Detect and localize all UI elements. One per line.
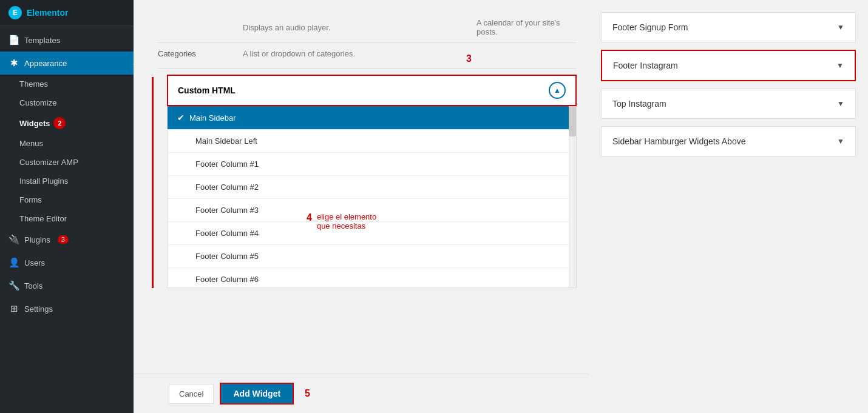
dropdown-option-footer-2[interactable]: Footer Column #2 <box>168 176 576 199</box>
left-panel: Displays an audio player. A calendar of … <box>134 0 589 413</box>
option-label: Footer Column #3 <box>195 206 259 215</box>
sidebar-item-label: Templates <box>24 36 60 45</box>
sidebar-item-label: Appearance <box>24 59 67 68</box>
dropdown-option-main-sidebar[interactable]: ✔ Main Sidebar <box>168 106 576 130</box>
widget-desc2: A calendar of your site's posts. <box>476 18 577 36</box>
sidebar-logo[interactable]: E Elementor <box>0 0 134 26</box>
sidebar-item-label: Plugins <box>24 235 50 244</box>
option-label: Footer Column #4 <box>195 229 259 238</box>
widget-row-audio: Displays an audio player. A calendar of … <box>158 12 577 43</box>
dropdown-option-main-sidebar-left[interactable]: Main Sidebar Left <box>168 130 576 153</box>
accordion-sidebar-hamburger[interactable]: Sidebar Hamburger Widgets Above ▼ <box>601 126 856 156</box>
accordion-label: Footer Instagram <box>613 61 678 70</box>
tools-icon: 🔧 <box>8 280 19 291</box>
sidebar-item-tools[interactable]: 🔧 Tools <box>0 274 134 297</box>
instruction-line1: elige el elemento <box>317 212 376 221</box>
plugins-icon: 🔌 <box>8 234 19 245</box>
option-label: Footer Column #2 <box>195 183 259 192</box>
dropdown-header[interactable]: Custom HTML ▲ <box>167 75 577 106</box>
accordion-footer-instagram[interactable]: Footer Instagram ▼ <box>601 50 856 81</box>
bottom-buttons-bar: Cancel Add Widget 5 <box>134 374 589 413</box>
option-label: Main Sidebar Left <box>195 136 257 146</box>
accordion-label: Footer Signup Form <box>612 22 688 32</box>
red-vertical-line <box>152 77 154 288</box>
dropdown-arrow[interactable]: ▲ <box>549 82 566 99</box>
accordion-chevron-icon: ▼ <box>837 99 844 108</box>
sidebar-item-label: Settings <box>24 304 53 314</box>
accordion-label: Top Instagram <box>612 99 666 109</box>
dropdown-selected-value: Custom HTML <box>178 86 236 95</box>
option-label: Main Sidebar <box>189 113 236 123</box>
settings-icon: ⊞ <box>8 303 19 314</box>
main-content: 1 Displays an audio player. A calendar o… <box>134 0 868 413</box>
dropdown-option-footer-5[interactable]: Footer Column #5 <box>168 245 576 268</box>
sidebar-item-plugins[interactable]: 🔌 Plugins 3 <box>0 228 134 251</box>
option-label: Footer Column #6 <box>195 275 259 284</box>
widgets-annotation: 2 <box>53 117 66 129</box>
sidebar-item-customizer-amp[interactable]: Customizer AMP <box>0 153 134 172</box>
scrollbar-track[interactable] <box>569 106 576 287</box>
plugins-badge: 3 <box>58 235 69 244</box>
sidebar-item-theme-editor[interactable]: Theme Editor <box>0 209 134 228</box>
elementor-logo-text: Elementor <box>27 8 68 18</box>
accordion-top-instagram[interactable]: Top Instagram ▼ <box>601 89 856 119</box>
widget-row-categories: Categories A list or dropdown of categor… <box>158 43 577 69</box>
instruction-text: elige el elemento que necesitas <box>317 212 376 230</box>
checkmark-icon: ✔ <box>177 113 185 123</box>
sidebar-item-label: Tools <box>24 281 42 290</box>
accordion-chevron-icon: ▼ <box>837 23 844 32</box>
cancel-button[interactable]: Cancel <box>169 384 214 404</box>
option-label: Footer Column #1 <box>195 159 259 169</box>
dropdown-area: Custom HTML ▲ ✔ Main Sidebar Main Sideba… <box>167 75 577 288</box>
sidebar-item-install-plugins[interactable]: Install Plugins <box>0 172 134 190</box>
categories-desc: A list or dropdown of categories. <box>243 49 577 58</box>
sidebar-item-customize[interactable]: Customize <box>0 93 134 112</box>
option-label: Footer Column #5 <box>195 252 259 261</box>
accordion-footer-signup[interactable]: Footer Signup Form ▼ <box>601 12 856 42</box>
accordion-chevron-icon: ▼ <box>836 61 844 70</box>
scrollbar-thumb[interactable] <box>569 106 576 136</box>
sidebar: E Elementor 📄 Templates ✱ Appearance ◀ T… <box>0 0 134 413</box>
right-panel: Footer Signup Form ▼ Footer Instagram ▼ … <box>589 0 868 413</box>
annotation-3: 3 <box>466 53 472 64</box>
widget-desc: Displays an audio player. <box>243 23 343 32</box>
elementor-logo-icon: E <box>8 6 22 19</box>
annotation-5: 5 <box>305 388 310 399</box>
dropdown-list: ✔ Main Sidebar Main Sidebar Left Footer … <box>167 106 577 288</box>
dropdown-option-footer-6[interactable]: Footer Column #6 <box>168 268 576 288</box>
templates-icon: 📄 <box>8 35 19 45</box>
sidebar-item-themes[interactable]: Themes <box>0 75 134 93</box>
users-icon: 👤 <box>8 257 19 268</box>
sidebar-item-menus[interactable]: Menus <box>0 134 134 153</box>
categories-label: Categories <box>158 49 243 58</box>
sidebar-item-settings[interactable]: ⊞ Settings <box>0 297 134 320</box>
sidebar-item-templates[interactable]: 📄 Templates <box>0 29 134 52</box>
accordion-chevron-icon: ▼ <box>837 137 844 146</box>
instruction-line2: que necesitas <box>317 221 376 230</box>
sidebar-item-appearance[interactable]: ✱ Appearance ◀ <box>0 52 134 75</box>
accordion-label: Sidebar Hamburger Widgets Above <box>612 136 745 146</box>
sidebar-item-forms[interactable]: Forms <box>0 190 134 209</box>
dropdown-option-footer-1[interactable]: Footer Column #1 <box>168 153 576 176</box>
annotation-4: 4 <box>307 212 312 223</box>
sidebar-item-users[interactable]: 👤 Users <box>0 251 134 274</box>
widget-list-area: Displays an audio player. A calendar of … <box>134 0 589 75</box>
sidebar-item-label: Users <box>24 258 45 267</box>
sidebar-item-widgets[interactable]: Widgets 2 <box>0 112 134 134</box>
appearance-icon: ✱ <box>8 58 19 69</box>
add-widget-button[interactable]: Add Widget <box>220 383 294 405</box>
instruction-box: 4 elige el elemento que necesitas <box>307 212 376 230</box>
